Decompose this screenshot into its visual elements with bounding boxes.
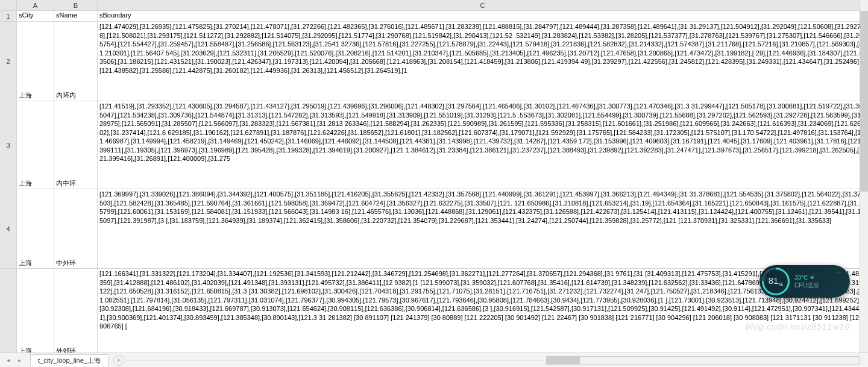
col-header-a[interactable]: A (17, 0, 54, 10)
widget-info: 33℃ ☀ CPU温度 (794, 274, 819, 289)
boundary-text: [121.41519],[31.293352],[121.430605],[31… (99, 102, 866, 163)
cell-b3[interactable]: 内中环 (54, 101, 98, 189)
cell-c4[interactable]: [121.369997],[31.339026],[121.386094],[3… (98, 189, 868, 268)
cell-a3[interactable]: 上海 (17, 101, 54, 189)
cell-a5[interactable]: 上海 (17, 269, 54, 353)
sheet-tab-active[interactable]: t_city_loop_line_上海 (30, 354, 108, 366)
cell-a1[interactable]: sCity (17, 11, 54, 21)
cell-b1[interactable]: sName (54, 11, 98, 21)
cell-b5[interactable]: 外郊环 (54, 269, 98, 353)
cell-b2[interactable]: 内环内 (54, 22, 98, 101)
widget-dots-icon: ⋯ (836, 270, 841, 275)
sun-icon: ☀ (810, 274, 815, 281)
row-header-gutter: 1 2 3 4 (0, 0, 17, 353)
col-header-b[interactable]: B (54, 0, 98, 10)
tab-nav-prev[interactable]: ▸ (14, 356, 24, 365)
col-header-c[interactable]: C (98, 0, 868, 10)
cell-b4[interactable]: 中外环 (54, 189, 98, 268)
boundary-text: [121.369997],[31.339026],[121.386094],[3… (99, 190, 866, 225)
watermark-text: blog.csdn.net/z8511w10 (746, 322, 850, 331)
cell-c2[interactable]: [121.474029],[31.26935],[121.475825],[31… (98, 22, 868, 101)
cell-a2[interactable]: 上海 (17, 22, 54, 101)
select-all-corner[interactable] (0, 0, 16, 11)
row-header-2[interactable]: 2 (0, 22, 16, 101)
vertical-scrollbar-thumb[interactable] (860, 11, 868, 192)
temp-value: 33℃ (794, 274, 808, 281)
row-header-3[interactable]: 3 (0, 101, 16, 189)
vertical-scrollbar-track[interactable] (860, 0, 868, 353)
boundary-text: [121.474029],[31.26935],[121.475825],[31… (99, 22, 866, 75)
cell-a4[interactable]: 上海 (17, 189, 54, 268)
col-c-label: C (480, 2, 485, 9)
row-header-4[interactable]: 4 (0, 189, 16, 269)
cpu-temp-widget[interactable]: 81% 33℃ ☀ CPU温度 ⋯ (760, 265, 850, 298)
widget-label: CPU温度 (794, 281, 819, 289)
row-header-5[interactable] (0, 269, 16, 357)
cell-c3[interactable]: [121.41519],[31.293352],[121.430605],[31… (98, 101, 868, 189)
tab-nav-first[interactable]: ◄ (4, 356, 13, 365)
horizontal-scrollbar-track[interactable] (546, 356, 860, 365)
row-header-1[interactable]: 1 (0, 11, 16, 22)
watermark-upper: https://blog.csdn.net/z8@51wto (661, 275, 772, 283)
cell-c1[interactable]: sBoundary (98, 11, 868, 21)
sheet-footer: ◄ ▸ t_city_loop_line_上海 + (0, 353, 868, 367)
horizontal-scrollbar-thumb[interactable] (547, 357, 580, 364)
add-sheet-button[interactable]: + (113, 355, 124, 366)
